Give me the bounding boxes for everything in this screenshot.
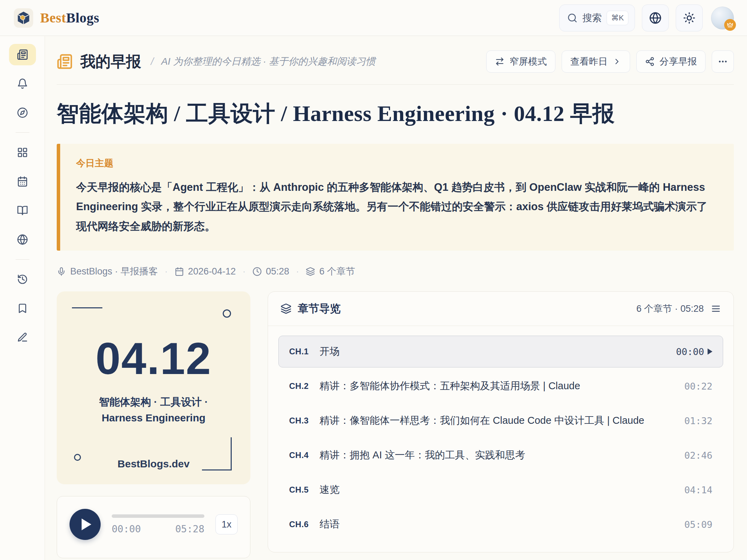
chapter-title: 结语 [320, 517, 675, 531]
sidebar-item-bookmarks[interactable] [9, 298, 36, 319]
narrow-mode-button[interactable]: 窄屏模式 [486, 50, 555, 73]
chapter-time: 04:14 [684, 485, 712, 495]
brand-part-1: Best [40, 10, 66, 26]
book-open-icon [17, 205, 28, 216]
chapter-row-4[interactable]: CH.4 精讲：拥抱 AI 这一年：我的工具、实践和思考 02:46 [278, 439, 723, 471]
sidebar-item-categories[interactable] [9, 142, 36, 163]
history-icon [17, 274, 28, 285]
chapter-row-3[interactable]: CH.3 精讲：像智能体一样思考：我们如何在 Claude Code 中设计工具… [278, 405, 723, 437]
deco-circle [223, 309, 231, 318]
view-yesterday-button[interactable]: 查看昨日 [562, 50, 630, 73]
more-button[interactable] [712, 50, 734, 73]
theme-label: 今日主题 [76, 157, 718, 169]
sidebar-item-notifications[interactable] [9, 73, 36, 94]
chapter-title: 精讲：像智能体一样思考：我们如何在 Claude Code 中设计工具 | Cl… [320, 414, 675, 428]
meta-separator: · [296, 267, 299, 276]
menu-icon [711, 304, 721, 314]
chapter-row-6[interactable]: CH.6 结语 05:09 [278, 508, 723, 540]
calendar-icon [175, 267, 184, 276]
chapter-row-1[interactable]: CH.1 开场 00:00 [278, 336, 723, 367]
bell-icon [17, 78, 28, 89]
progress-bar[interactable] [112, 514, 204, 518]
page-header-row: 我的早报 / AI 为你整理的今日精选 · 基于你的兴趣和阅读习惯 窄屏模式 查… [57, 46, 734, 85]
chapter-number: CH.3 [289, 416, 311, 426]
meta-date-label: 2026-04-12 [188, 266, 236, 277]
chapters-panel: 章节导览 6 个章节 · 05:28 [268, 291, 734, 552]
sidebar-divider [16, 259, 29, 260]
chapter-row-5[interactable]: CH.5 速览 04:14 [278, 474, 723, 506]
playing-indicator-icon [708, 348, 712, 355]
chapters-header: 章节导览 6 个章节 · 05:28 [268, 292, 734, 326]
meta-separator: · [165, 267, 168, 276]
chevron-right-icon [612, 57, 621, 66]
chapter-number: CH.1 [289, 347, 311, 356]
sidebar-item-history[interactable] [9, 269, 36, 290]
playback-speed-button[interactable]: 1x [215, 514, 238, 534]
arrows-swap-icon [495, 57, 505, 66]
theme-text: 今天早报的核心是「Agent 工程化」：从 Anthropic 的五种多智能体架… [76, 178, 718, 236]
sidebar-item-calendar[interactable] [9, 171, 36, 192]
chapters-title: 章节导览 [298, 301, 341, 316]
globe-icon [649, 12, 662, 24]
chapter-list-menu-button[interactable] [711, 304, 721, 314]
sidebar-item-explore[interactable] [9, 102, 36, 123]
newspaper-icon [57, 54, 73, 69]
brand-name: BestBlogs [40, 10, 99, 26]
total-time: 05:28 [175, 523, 204, 535]
avatar[interactable] [711, 7, 734, 29]
page-subtitle: AI 为你整理的今日精选 · 基于你的兴趣和阅读习惯 [161, 55, 375, 68]
chapter-title: 速览 [320, 483, 675, 497]
newspaper-icon [17, 49, 28, 60]
theme-toggle-button[interactable] [676, 4, 703, 31]
today-theme-box: 今日主题 今天早报的核心是「Agent 工程化」：从 Anthropic 的五种… [57, 144, 734, 251]
sun-icon [683, 12, 695, 24]
play-button[interactable] [70, 509, 101, 540]
globe-icon [17, 234, 28, 245]
app: BestBlogs 搜索 ⌘K [0, 0, 747, 36]
sidebar-item-sites[interactable] [9, 229, 36, 250]
brand-part-2: Blogs [66, 10, 99, 26]
sidebar [0, 36, 45, 560]
chapter-title: 精讲：多智能体协作模式：五种架构及其适用场景 | Claude [320, 379, 675, 393]
pen-icon [17, 332, 28, 343]
chapter-time: 01:32 [684, 416, 712, 426]
calendar-icon [17, 176, 28, 187]
narrow-mode-label: 窄屏模式 [509, 55, 547, 68]
sidebar-item-daily-report[interactable] [9, 44, 36, 65]
content-columns: 04.12 智能体架构 · 工具设计 · Harness Engineering… [57, 291, 734, 558]
crown-badge-icon [724, 19, 736, 31]
bookmark-icon [17, 303, 28, 314]
search-icon [567, 13, 578, 23]
sidebar-item-reading[interactable] [9, 200, 36, 221]
right-column: 章节导览 6 个章节 · 05:28 [268, 291, 734, 552]
deco-line [72, 307, 102, 308]
clock-icon [252, 267, 262, 276]
compass-icon [17, 107, 28, 118]
report-meta-row: BestBlogs · 早报播客 · 2026-04-12 · 05:28 · [57, 265, 734, 278]
chapter-list: CH.1 开场 00:00 CH.2 精讲：多智能体协作模式：五种架构及其适用场… [268, 326, 734, 552]
chapter-title: 精讲：拥抱 AI 这一年：我的工具、实践和思考 [320, 448, 675, 462]
share-report-label: 分享早报 [660, 55, 697, 68]
chapter-number: CH.5 [289, 485, 311, 495]
sidebar-item-notes[interactable] [9, 327, 36, 348]
language-button[interactable] [642, 4, 669, 31]
chapter-row-2[interactable]: CH.2 精讲：多智能体协作模式：五种架构及其适用场景 | Claude 00:… [278, 370, 723, 402]
meta-source: BestBlogs · 早报播客 [57, 265, 158, 278]
top-header: BestBlogs 搜索 ⌘K [0, 0, 747, 36]
page-actions: 窄屏模式 查看昨日 分享早报 [486, 50, 734, 73]
meta-source-label: BestBlogs · 早报播客 [70, 265, 158, 278]
daily-cover-card: 04.12 智能体架构 · 工具设计 · Harness Engineering… [57, 291, 250, 484]
bestblogs-logo-icon [14, 8, 33, 28]
current-time: 00:00 [112, 523, 141, 535]
main-content: 我的早报 / AI 为你整理的今日精选 · 基于你的兴趣和阅读习惯 窄屏模式 查… [45, 36, 747, 560]
meta-chapter-count: 6 个章节 [306, 265, 355, 278]
search-button[interactable]: 搜索 ⌘K [559, 4, 635, 31]
audio-player: 00:00 05:28 1x [57, 496, 250, 558]
grid-icon [17, 147, 28, 158]
brand[interactable]: BestBlogs [14, 8, 99, 28]
play-icon [82, 519, 91, 530]
share-report-button[interactable]: 分享早报 [636, 50, 706, 73]
search-shortcut: ⌘K [607, 11, 628, 25]
meta-duration: 05:28 [252, 266, 289, 277]
cover-subtitle: 智能体架构 · 工具设计 · Harness Engineering [81, 394, 226, 426]
